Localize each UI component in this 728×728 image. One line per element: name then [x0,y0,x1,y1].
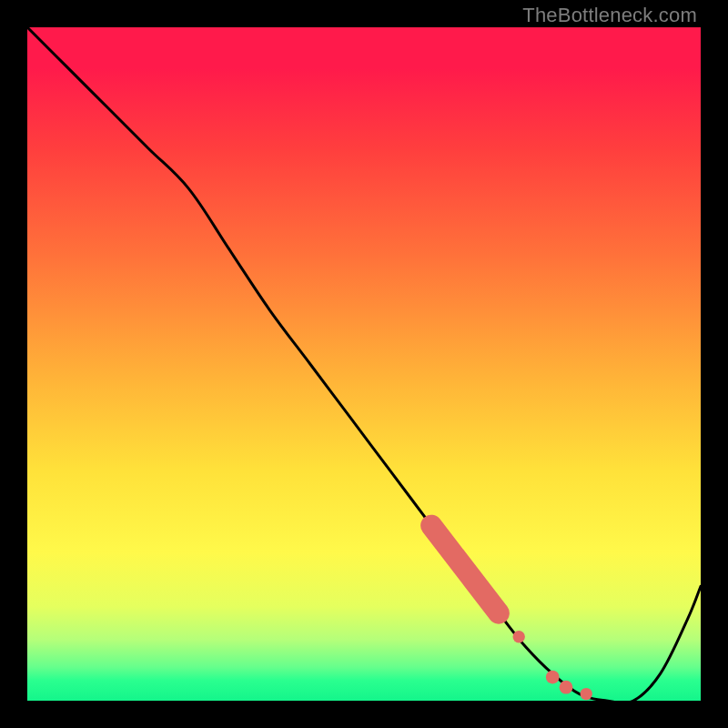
curve-svg [27,27,701,701]
dot-3 [560,681,573,694]
dot-1 [513,631,525,642]
chart-container: TheBottleneck.com [0,0,728,728]
dot-4 [581,688,592,700]
highlight-segment [431,526,499,613]
plot-area [27,27,701,701]
markers-group [431,526,592,701]
dot-2 [546,671,560,684]
bottleneck-curve-path [27,27,701,701]
watermark-text: TheBottleneck.com [522,4,697,27]
